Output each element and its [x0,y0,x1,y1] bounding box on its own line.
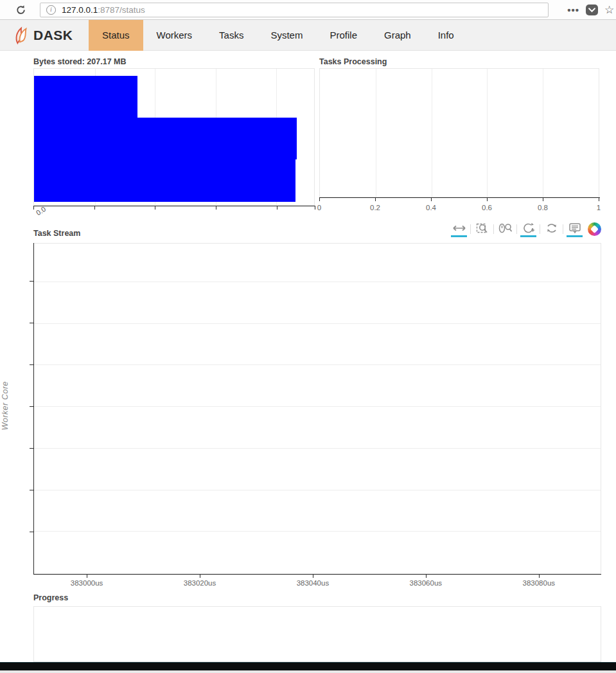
bytes-x-tick [94,206,95,210]
stream-x-tick-label: 383080us [523,579,556,587]
stream-y-tick [30,364,33,365]
stream-x-tick [313,574,313,578]
stream-x-tick-label: 383040us [297,579,330,587]
stream-gridline [34,448,601,449]
tab-profile[interactable]: Profile [316,20,371,51]
tasks-gridline [376,69,376,197]
bytes-worker-bar [34,76,137,118]
tasks-x-tick [487,197,488,201]
task-stream-title: Task Stream [33,229,80,238]
toolbar-separator [470,224,471,234]
tasks-gridline [543,69,543,197]
stream-y-tick [30,490,33,490]
tasks-x-tick [319,197,320,201]
tasks-x-tick-label: 0 [317,204,321,211]
url-text: 127.0.0.1:8787/status [62,5,145,15]
progress-title: Progress [33,593,68,602]
tasks-processing-x-axis [319,197,600,198]
bytes-stored-x-axis [33,206,315,206]
bytes-x-tick [277,206,277,210]
bytes-stored-x-tick-label: 0.0 [35,205,47,217]
stream-gridline [34,531,601,532]
bytes-x-tick [33,206,34,210]
tasks-gridline [432,69,432,197]
tasks-x-tick [431,197,432,201]
reset-icon[interactable] [543,221,559,237]
progress-plot[interactable] [33,606,601,662]
page-info-icon[interactable]: i [46,5,56,15]
bokeh-logo-icon[interactable] [588,222,601,236]
stream-gridline [34,282,601,282]
toolbar-separator [493,224,494,234]
stream-x-tick [200,574,200,578]
tasks-x-tick-label: 1 [597,204,601,211]
box-zoom-icon[interactable] [474,221,490,237]
stream-y-tick [30,406,33,407]
stream-x-tick-label: 383000us [71,579,103,587]
bookmark-star-icon[interactable]: ☆ [604,3,615,17]
toolbar-separator [516,224,517,234]
bokeh-toolbar [451,221,601,240]
tab-tasks[interactable]: Tasks [206,20,257,51]
dask-logo-icon [12,25,31,46]
tasks-x-tick-label: 0.4 [426,204,436,211]
toolbar-separator [563,224,563,234]
toolbar-separator [540,224,540,234]
bytes-stored-plot[interactable] [33,68,315,206]
stream-y-tick [30,448,33,449]
stream-gridline [34,364,601,365]
browser-toolbar: i 127.0.0.1:8787/status ••• ☆ [0,0,616,20]
stream-gridline [34,406,601,407]
stream-x-tick [87,574,87,578]
pocket-icon[interactable] [586,4,598,15]
bytes-worker-bar [34,118,297,159]
dask-dashboard-page: i 127.0.0.1:8787/status ••• ☆ DASK Statu… [0,0,616,673]
stream-y-tick [30,281,33,282]
nav-tabs: StatusWorkersTasksSystemProfileGraphInfo [89,20,468,51]
tasks-x-tick [599,197,599,201]
bytes-stored-title: Bytes stored: 207.17 MB [33,57,127,66]
dask-brand[interactable]: DASK [12,20,73,51]
tasks-gridline [487,69,488,197]
bytes-x-tick [216,206,216,210]
stream-y-tick [30,532,33,532]
wheel-zoom-x-icon[interactable] [520,221,536,237]
task-stream-plot[interactable] [33,243,601,574]
task-stream-y-axis-label: Worker Core [1,381,10,430]
dask-brand-text: DASK [33,28,73,43]
overflow-menu-icon[interactable]: ••• [567,4,579,15]
tab-info[interactable]: Info [425,20,468,51]
hover-icon[interactable] [567,221,583,237]
bytes-worker-bar [34,159,295,202]
stream-gridline [34,490,601,490]
bytes-x-tick [155,206,155,210]
tasks-x-tick [543,197,543,201]
reload-icon[interactable] [13,2,28,17]
tab-workers[interactable]: Workers [143,20,206,51]
stream-x-tick [539,574,540,578]
tasks-x-tick-label: 0.6 [482,204,492,211]
tasks-x-tick-label: 0.8 [538,204,548,211]
address-bar[interactable]: i 127.0.0.1:8787/status [40,3,549,17]
stream-x-tick [426,574,427,578]
bottom-black-bar [0,662,616,670]
stream-x-tick-label: 383020us [184,579,216,587]
dask-navbar: DASK StatusWorkersTasksSystemProfileGrap… [0,20,616,51]
wheel-zoom-icon[interactable] [497,221,513,237]
tasks-x-tick [375,197,376,201]
tasks-processing-title: Tasks Processing [319,57,387,66]
pan-icon[interactable] [451,221,467,237]
task-stream-y-axis [33,243,34,575]
stream-x-tick-label: 383060us [410,579,443,587]
task-stream-x-axis [33,574,601,575]
tab-status[interactable]: Status [89,20,143,51]
bottom-light-strip [0,670,616,673]
stream-gridline [34,323,601,324]
stream-y-tick [30,323,33,323]
tab-system[interactable]: System [257,20,316,51]
bytes-x-tick [315,206,315,210]
tasks-processing-plot[interactable] [319,68,599,197]
tasks-x-tick-label: 0.2 [370,204,380,211]
tab-graph[interactable]: Graph [371,20,425,51]
